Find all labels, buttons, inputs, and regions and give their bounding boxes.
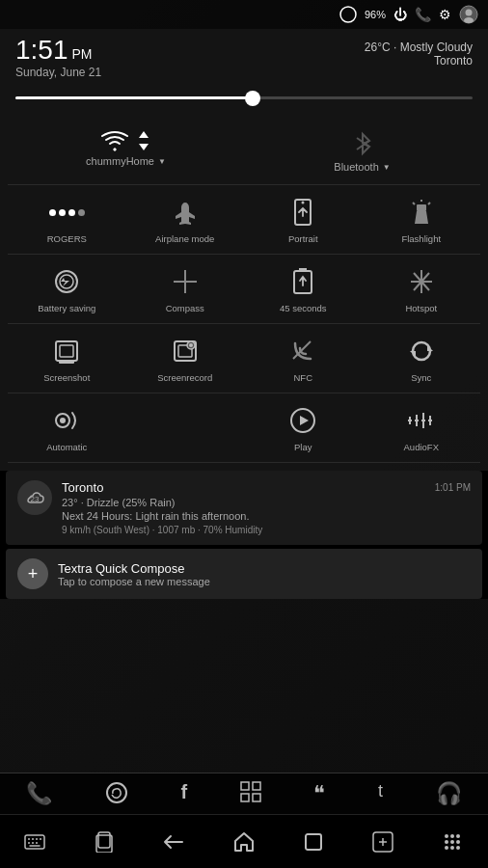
- airplane-toggle[interactable]: Airplane mode: [126, 185, 245, 254]
- svg-point-72: [456, 846, 460, 850]
- dock-phone-icon[interactable]: 📞: [26, 781, 52, 806]
- nav-custom-icon[interactable]: [372, 831, 393, 853]
- time-display: 1:51 PM Sunday, June 21: [15, 37, 101, 79]
- dock-headphones-icon[interactable]: 🎧: [436, 781, 462, 806]
- screenrecord-toggle[interactable]: Screenrecord: [126, 324, 245, 393]
- nfc-label: NFC: [293, 372, 312, 383]
- brightness-bar[interactable]: [0, 85, 488, 115]
- nav-apps-icon[interactable]: [442, 831, 463, 853]
- nfc-toggle[interactable]: NFC: [244, 324, 363, 393]
- bt-icon-area: [351, 130, 374, 157]
- textra-compose[interactable]: + Textra Quick Compose Tap to compose a …: [6, 549, 482, 599]
- svg-point-67: [445, 840, 448, 844]
- play-toggle[interactable]: Play: [244, 393, 363, 462]
- screenshot-icon: [49, 334, 84, 368]
- screenshot-toggle[interactable]: Screenshot: [8, 324, 126, 393]
- svg-point-64: [445, 834, 448, 838]
- bt-name: Bluetooth: [334, 161, 378, 173]
- bluetooth-toggle[interactable]: Bluetooth ▼: [244, 124, 480, 178]
- notif-body2: Next 24 Hours: Light rain this afternoon…: [62, 510, 471, 522]
- system-nav: [0, 814, 488, 868]
- svg-marker-29: [427, 345, 433, 351]
- svg-point-32: [60, 418, 66, 423]
- toggle-grid-row3: Screenshot Screenrecord: [8, 324, 480, 393]
- bluetooth-icon: [351, 130, 374, 157]
- nav-keyboard-icon[interactable]: [24, 834, 45, 850]
- svg-text:23: 23: [31, 495, 40, 503]
- weather-notification[interactable]: 23 Toronto 1:01 PM 23° · Drizzle (25% Ra…: [6, 471, 482, 545]
- wifi-icon-area: [101, 130, 151, 151]
- brightness-fill: [15, 96, 253, 99]
- audiofx-icon: [404, 403, 439, 438]
- compass-toggle[interactable]: Compass: [126, 255, 245, 323]
- dock-tumblr-icon[interactable]: t: [378, 781, 383, 806]
- sync-toggle[interactable]: Sync: [363, 324, 481, 393]
- bt-label[interactable]: Bluetooth ▼: [334, 161, 390, 173]
- timer-toggle[interactable]: 45 seconds: [244, 255, 363, 323]
- compose-title: Textra Quick Compose: [58, 561, 210, 576]
- weather-notif-icon: 23: [17, 480, 52, 515]
- dot2: [59, 209, 66, 216]
- play-icon: [285, 403, 320, 438]
- svg-rect-48: [253, 794, 260, 801]
- automatic-toggle[interactable]: Automatic: [8, 393, 126, 462]
- svg-point-68: [450, 840, 454, 844]
- svg-rect-23: [59, 361, 74, 364]
- svg-rect-47: [241, 794, 249, 801]
- svg-marker-10: [415, 211, 428, 224]
- quick-toggles: chummyHome ▼ Bluetooth: [0, 115, 488, 467]
- notif-extra: 9 km/h (South West) · 1007 mb · 70% Humi…: [62, 525, 471, 535]
- hotspot-toggle[interactable]: Hotspot: [363, 255, 481, 323]
- flashlight-toggle[interactable]: Flashlight: [363, 185, 481, 254]
- timer-label: 45 seconds: [280, 303, 327, 313]
- audiofx-toggle[interactable]: AudioFX: [363, 393, 481, 462]
- toggle-grid-row2: Battery saving Compass: [8, 255, 480, 324]
- compose-button[interactable]: +: [17, 558, 48, 589]
- avatar-icon: [459, 5, 478, 24]
- dock-whatsapp-icon[interactable]: [105, 781, 128, 806]
- screenshot-label: Screenshot: [43, 372, 90, 383]
- svg-line-7: [428, 203, 430, 204]
- sync-label: Sync: [411, 372, 431, 383]
- wifi-chevron: ▼: [158, 157, 166, 166]
- svg-point-65: [450, 834, 454, 838]
- svg-point-70: [445, 846, 448, 850]
- weather-notif-content: Toronto 1:01 PM 23° · Drizzle (25% Rain)…: [62, 480, 471, 535]
- nav-home-icon[interactable]: [233, 831, 255, 853]
- svg-rect-60: [306, 834, 321, 850]
- wifi-name: chummyHome: [86, 155, 154, 167]
- svg-point-5: [302, 202, 305, 204]
- nav-back-icon[interactable]: [163, 833, 184, 851]
- toggle-bottom-row: Automatic Play: [8, 393, 480, 463]
- hotspot-icon: [404, 264, 439, 299]
- svg-point-0: [340, 7, 356, 22]
- portrait-toggle[interactable]: Portrait: [244, 185, 363, 254]
- time-ampm: PM: [72, 46, 93, 62]
- brightness-track[interactable]: [15, 96, 473, 99]
- svg-point-71: [450, 846, 454, 850]
- wifi-label[interactable]: chummyHome ▼: [86, 155, 166, 167]
- weather-display: 26°C · Mostly Cloudy Toronto: [365, 37, 473, 68]
- dot4: [78, 209, 85, 216]
- brightness-thumb[interactable]: [245, 91, 260, 106]
- battery-saving-toggle[interactable]: Battery saving: [8, 255, 126, 323]
- battery-saving-icon: [49, 264, 84, 299]
- toggle-grid-row1: ROGERS Airplane mode: [8, 185, 480, 255]
- nav-square-icon[interactable]: [304, 832, 323, 852]
- dock-quote-icon[interactable]: ❝: [313, 781, 325, 806]
- dock-facebook-icon[interactable]: f: [181, 781, 188, 806]
- svg-marker-30: [410, 351, 416, 357]
- rogers-toggle[interactable]: ROGERS: [8, 185, 126, 254]
- airplane-label: Airplane mode: [155, 233, 214, 244]
- wifi-bt-row: chummyHome ▼ Bluetooth: [8, 119, 480, 185]
- svg-rect-46: [253, 782, 260, 790]
- dot1: [49, 209, 56, 216]
- wifi-toggle[interactable]: chummyHome ▼: [8, 124, 244, 178]
- phone-icon: 📞: [415, 7, 431, 22]
- battery-percent: 96%: [365, 9, 386, 20]
- nav-recents-icon[interactable]: [95, 831, 114, 853]
- svg-rect-22: [60, 345, 73, 357]
- battery-icon: [339, 6, 357, 23]
- screenrecord-label: Screenrecord: [157, 372, 212, 383]
- dock-grid-icon[interactable]: [240, 781, 261, 806]
